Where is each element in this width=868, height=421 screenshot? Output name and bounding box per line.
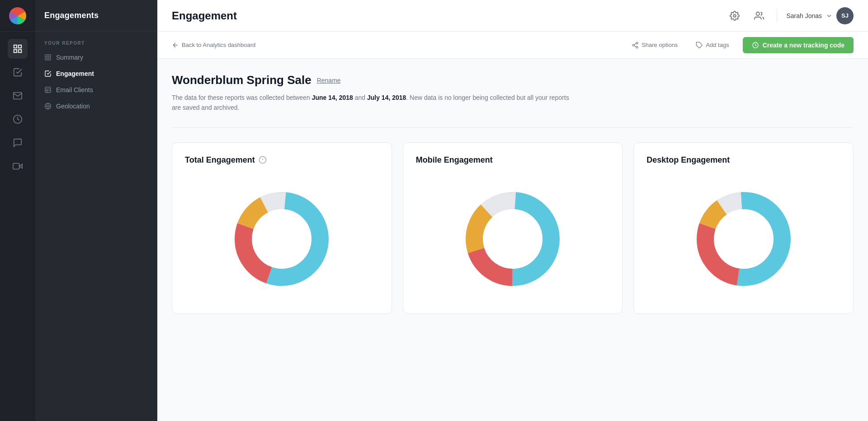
rename-link[interactable]: Rename	[317, 77, 341, 84]
icon-bar-nav	[0, 39, 35, 176]
settings-icon-btn[interactable]	[726, 7, 743, 24]
svg-point-20	[636, 42, 638, 44]
desktop-engagement-chart	[646, 176, 840, 302]
total-donut-svg	[227, 185, 336, 293]
sidebar-item-email-clients[interactable]: Email Clients	[35, 82, 157, 98]
share-options-label: Share options	[642, 42, 678, 48]
sidebar-section-label: YOUR REPORT	[35, 32, 157, 49]
svg-line-24	[634, 43, 637, 45]
mobile-engagement-chart	[416, 176, 610, 302]
back-link[interactable]: Back to Analytics dashboard	[172, 42, 255, 49]
svg-rect-3	[14, 50, 17, 52]
svg-rect-2	[19, 50, 21, 52]
chevron-down-icon	[826, 12, 833, 19]
svg-rect-1	[19, 45, 21, 48]
desc-middle: and	[353, 94, 367, 101]
cards-row: Total Engagement	[172, 142, 854, 314]
campaign-description: The data for these reports was collected…	[172, 93, 579, 113]
desc-start: The data for these reports was collected…	[172, 94, 312, 101]
svg-point-18	[756, 12, 760, 15]
svg-point-21	[632, 44, 634, 46]
total-engagement-title: Total Engagement	[185, 155, 379, 165]
arrow-left-icon	[172, 42, 179, 49]
add-tags-btn[interactable]: Add tags	[691, 39, 733, 51]
person-icon-btn[interactable]	[750, 7, 768, 24]
mobile-engagement-title: Mobile Engagement	[416, 155, 610, 165]
mobile-engagement-title-text: Mobile Engagement	[416, 155, 493, 165]
nav-icon-clock[interactable]	[8, 109, 28, 129]
svg-point-22	[636, 46, 638, 48]
svg-point-17	[734, 14, 736, 17]
desc-date-end: July 14, 2018	[367, 94, 406, 101]
tag-icon	[696, 42, 703, 49]
table-icon	[44, 86, 52, 94]
total-engagement-card: Total Engagement	[172, 142, 392, 314]
top-header: Engagement Sarah Jonas SJ	[157, 0, 868, 32]
svg-rect-0	[14, 45, 17, 48]
app-logo[interactable]	[0, 0, 35, 32]
svg-rect-8	[48, 55, 51, 57]
logo-circle	[9, 7, 26, 24]
total-engagement-title-text: Total Engagement	[185, 155, 255, 165]
share-icon	[632, 42, 639, 49]
nav-icon-dashboard[interactable]	[8, 39, 28, 59]
create-tracking-label: Create a new tracking code	[763, 42, 844, 49]
mobile-donut-svg	[458, 185, 567, 293]
campaign-title-text: Wonderblum Spring Sale	[172, 73, 311, 87]
svg-rect-7	[45, 55, 47, 57]
desc-date-start: June 14, 2018	[312, 94, 353, 101]
svg-rect-11	[45, 87, 51, 93]
svg-rect-9	[48, 58, 51, 60]
campaign-title: Wonderblum Spring Sale Rename	[172, 73, 854, 87]
add-tags-label: Add tags	[706, 42, 729, 48]
sidebar-item-summary[interactable]: Summary	[35, 49, 157, 65]
header-divider	[777, 9, 777, 23]
globe-icon	[44, 103, 52, 110]
nav-icon-video[interactable]	[8, 156, 28, 176]
page-body: Wonderblum Spring Sale Rename The data f…	[157, 59, 868, 421]
sidebar-header: Engagements	[35, 0, 157, 32]
sidebar-item-geolocation[interactable]: Geolocation	[35, 98, 157, 114]
desktop-engagement-title-text: Desktop Engagement	[646, 155, 730, 165]
nav-icon-tasks[interactable]	[8, 62, 28, 82]
sub-header: Back to Analytics dashboard Share option…	[157, 32, 868, 59]
mobile-engagement-card: Mobile Engagement	[403, 142, 623, 314]
create-tracking-btn[interactable]: Create a new tracking code	[743, 37, 854, 53]
icon-bar	[0, 0, 35, 421]
share-options-btn[interactable]: Share options	[627, 39, 682, 51]
grid-icon	[44, 54, 52, 61]
desktop-engagement-title: Desktop Engagement	[646, 155, 840, 165]
info-icon[interactable]	[259, 156, 267, 164]
svg-line-23	[634, 46, 637, 47]
user-menu[interactable]: Sarah Jonas SJ	[786, 7, 854, 24]
person-icon	[754, 11, 764, 21]
sidebar-item-geolocation-label: Geolocation	[56, 103, 90, 110]
user-name: Sarah Jonas	[786, 12, 822, 19]
total-engagement-chart	[185, 176, 379, 302]
nav-icon-chat[interactable]	[8, 133, 28, 153]
sidebar-item-engagement-label: Engagement	[56, 70, 94, 77]
back-link-label: Back to Analytics dashboard	[182, 42, 255, 48]
section-divider	[172, 127, 854, 128]
check-square-icon	[44, 70, 52, 77]
main-content: Engagement Sarah Jonas SJ Back to Analyt…	[157, 0, 868, 421]
sidebar-title: Engagements	[44, 11, 99, 20]
nav-icon-email[interactable]	[8, 86, 28, 106]
svg-rect-10	[45, 58, 47, 60]
sidebar: Engagements YOUR REPORT Summary Engageme…	[35, 0, 157, 421]
sidebar-item-email-clients-label: Email Clients	[56, 86, 93, 94]
page-title: Engagement	[172, 9, 719, 22]
svg-rect-6	[13, 164, 19, 169]
desktop-donut-svg	[689, 185, 798, 293]
user-avatar[interactable]: SJ	[836, 7, 854, 24]
desktop-engagement-card: Desktop Engagement	[633, 142, 854, 314]
clock-plus-icon	[752, 42, 759, 49]
gear-icon	[730, 11, 740, 21]
sidebar-item-summary-label: Summary	[56, 54, 83, 61]
sidebar-item-engagement[interactable]: Engagement	[35, 65, 157, 82]
svg-marker-5	[19, 164, 22, 168]
